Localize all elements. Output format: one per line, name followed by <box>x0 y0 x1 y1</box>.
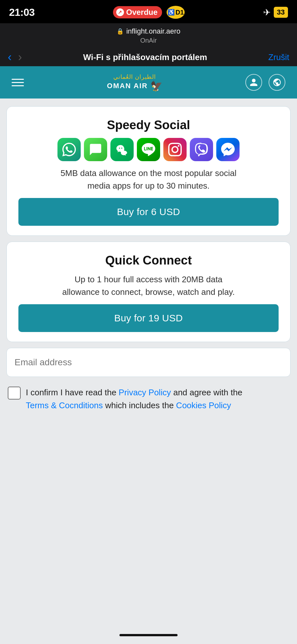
airline-wing-icon: 🦅 <box>150 80 162 92</box>
main-content: Speedy Social <box>0 99 297 629</box>
home-bar <box>119 634 178 636</box>
terms-conditions-link[interactable]: Terms & Cocnditions <box>26 400 103 410</box>
cookies-policy-link[interactable]: Cookies Policy <box>176 400 231 410</box>
wechat-icon <box>110 138 134 161</box>
speedy-social-card: Speedy Social <box>6 106 291 236</box>
speedy-social-title: Speedy Social <box>107 118 190 132</box>
airline-logo-english: OMAN AIR 🦅 <box>107 80 162 92</box>
terms-text: I confirm I have read the Privacy Policy… <box>26 386 242 412</box>
browser-url[interactable]: 🔒 inflight.onair.aero <box>117 27 180 36</box>
email-card <box>6 348 291 377</box>
privacy-policy-link[interactable]: Privacy Policy <box>119 388 171 397</box>
accessibility-icon: ♿ <box>168 9 175 16</box>
terms-prefix: I confirm I have read the <box>26 388 116 397</box>
airline-logo-arabic: الطيران العُماني <box>113 73 156 80</box>
home-indicator <box>0 629 297 644</box>
quick-connect-buy-button[interactable]: Buy for 19 USD <box>18 304 279 332</box>
email-input[interactable] <box>15 357 282 368</box>
battery-badge: 33 <box>274 7 288 18</box>
d1-text: D1 <box>176 9 184 16</box>
status-time: 21:03 <box>9 6 35 18</box>
terms-section: I confirm I have read the Privacy Policy… <box>6 383 291 412</box>
status-bar: 21:03 ↗ Overdue ♿ D1 ✈ 33 <box>0 0 297 23</box>
overdue-text: Overdue <box>126 8 158 17</box>
line-icon <box>137 138 160 161</box>
quick-connect-description: Up to 1 hour full access with 20MB data … <box>55 273 242 298</box>
speedy-social-description: 5MB data allowance on the most popular s… <box>55 167 242 192</box>
imessage-icon <box>84 138 107 161</box>
messenger-icon <box>216 138 240 161</box>
quick-connect-title: Quick Connect <box>105 254 192 267</box>
terms-checkbox[interactable] <box>8 387 21 400</box>
browser-url-text: inflight.onair.aero <box>126 27 180 36</box>
battery-level: 33 <box>277 8 285 16</box>
forward-button: › <box>18 51 22 63</box>
lock-icon: 🔒 <box>117 28 124 35</box>
header-icons <box>245 74 285 91</box>
overdue-badge: ↗ Overdue <box>113 6 162 18</box>
status-center: ↗ Overdue ♿ D1 <box>113 6 185 19</box>
account-icon[interactable] <box>245 74 262 91</box>
quick-connect-card: Quick Connect Up to 1 hour full access w… <box>6 242 291 342</box>
whatsapp-icon <box>57 138 81 161</box>
back-button[interactable]: ‹ <box>8 51 12 63</box>
nav-bar: ‹ › Wi-Fi s přihlašovacím portálem Zruši… <box>0 48 297 66</box>
instagram-icon <box>163 138 187 161</box>
airline-header: الطيران العُماني OMAN AIR 🦅 <box>0 66 297 99</box>
browser-site-name: OnAir <box>140 37 157 44</box>
browser-bar: 🔒 inflight.onair.aero OnAir <box>0 23 297 48</box>
language-icon[interactable] <box>269 74 285 91</box>
speedy-social-buy-button[interactable]: Buy for 6 USD <box>18 198 279 226</box>
cancel-button[interactable]: Zrušit <box>268 52 289 62</box>
status-right: ✈ 33 <box>263 7 288 18</box>
d1-badge: ♿ D1 <box>167 6 185 19</box>
overdue-icon: ↗ <box>116 8 124 16</box>
airplane-icon: ✈ <box>263 7 271 18</box>
viber-icon <box>190 138 213 161</box>
airline-name: OMAN AIR <box>107 82 148 90</box>
page-title: Wi-Fi s přihlašovacím portálem <box>28 52 262 62</box>
hamburger-menu[interactable] <box>12 79 24 86</box>
airline-logo: الطيران العُماني OMAN AIR 🦅 <box>107 73 162 92</box>
social-icons-row <box>57 138 240 161</box>
